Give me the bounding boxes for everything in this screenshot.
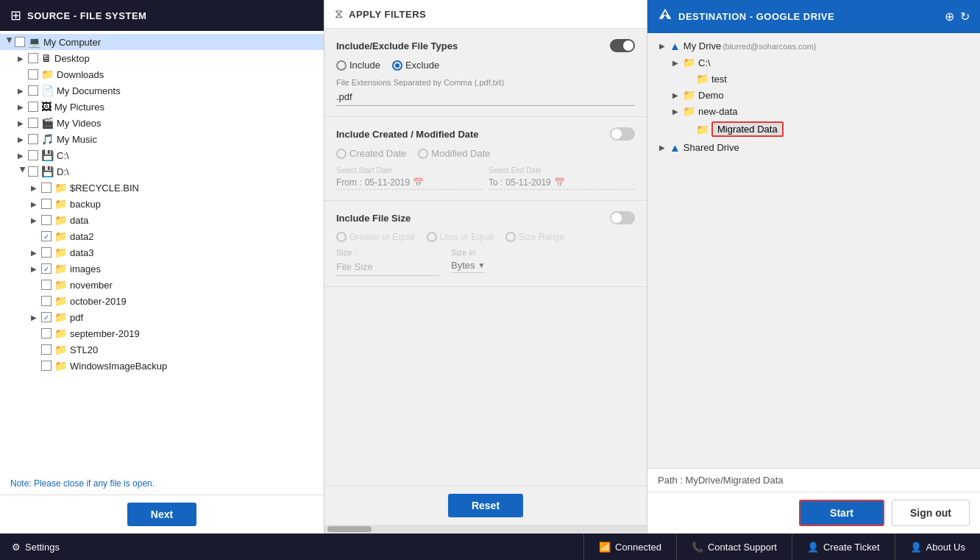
arrow-c-drive[interactable]: ▶ — [18, 152, 28, 160]
file-types-toggle[interactable] — [610, 39, 635, 52]
source-tree-item-my-videos[interactable]: ▶🎬My Videos — [0, 115, 324, 131]
checkbox-my-music[interactable] — [28, 134, 38, 144]
greater-equal-radio[interactable] — [336, 232, 347, 242]
settings-item[interactable]: ⚙ Settings — [0, 542, 71, 553]
checkbox-d-drive[interactable] — [28, 166, 38, 177]
size-toggle[interactable] — [610, 211, 635, 224]
filter-horiz-scrollbar[interactable] — [324, 525, 647, 534]
modified-date-radio[interactable] — [418, 149, 428, 159]
source-tree-item-my-music[interactable]: ▶🎵My Music — [0, 131, 324, 147]
source-tree-item-windows-image-backup[interactable]: 📁WindowsImageBackup — [0, 358, 324, 374]
source-tree-item-pdf[interactable]: ▶✓📁pdf — [0, 309, 324, 325]
checkbox-data2[interactable]: ✓ — [41, 231, 52, 241]
source-tree-item-desktop[interactable]: ▶🖥Desktop — [0, 50, 324, 66]
created-date-radio[interactable] — [336, 149, 347, 159]
dest-new-folder-icon[interactable]: ⊕ — [945, 10, 954, 24]
arrow-pdf[interactable]: ▶ — [31, 313, 41, 322]
destination-tree[interactable]: ▶▲My Drive(blurred@soharcoas.com)▶📁C:\📁t… — [647, 33, 980, 468]
next-button[interactable]: Next — [127, 503, 196, 526]
arrow-my-documents[interactable]: ▶ — [18, 87, 28, 95]
contact-support-item[interactable]: 📞 Contact Support — [676, 534, 792, 560]
checkbox-downloads[interactable] — [28, 69, 38, 79]
dest-arrow-demo[interactable]: ▶ — [672, 91, 683, 99]
arrow-backup[interactable]: ▶ — [31, 200, 41, 208]
source-tree-item-stl20[interactable]: 📁STL20 — [0, 341, 324, 358]
signout-button[interactable]: Sign out — [892, 500, 970, 526]
source-tree-item-my-computer[interactable]: ▶💻My Computer — [0, 34, 324, 50]
less-equal-radio[interactable] — [427, 232, 437, 242]
exclude-option[interactable]: Exclude — [392, 60, 439, 71]
from-calendar-icon[interactable]: 📅 — [413, 177, 424, 188]
size-unit-dropdown-icon[interactable]: ▼ — [478, 261, 486, 269]
source-tree-item-data[interactable]: ▶📁data — [0, 212, 324, 228]
created-date-option[interactable]: Created Date — [336, 148, 406, 159]
arrow-my-music[interactable]: ▶ — [18, 135, 28, 143]
file-ext-input[interactable] — [336, 88, 635, 106]
include-radio[interactable] — [336, 60, 347, 71]
checkbox-november[interactable] — [41, 280, 52, 290]
checkbox-my-pictures[interactable] — [28, 102, 38, 112]
dest-tree-item-shared-drive[interactable]: ▶▲Shared Drive — [647, 139, 980, 156]
checkbox-recycle[interactable] — [41, 182, 52, 193]
include-option[interactable]: Include — [336, 60, 380, 71]
source-tree-item-my-pictures[interactable]: ▶🖼My Pictures — [0, 99, 324, 115]
dest-tree-item-c-folder[interactable]: ▶📁C:\ — [647, 54, 980, 71]
dest-refresh-icon[interactable]: ↻ — [960, 10, 970, 24]
dest-arrow-new-data[interactable]: ▶ — [672, 107, 683, 116]
size-range-option[interactable]: Size Range — [505, 232, 564, 242]
create-ticket-item[interactable]: 👤 Create Ticket — [792, 534, 895, 560]
source-tree-item-october-2019[interactable]: 📁october-2019 — [0, 293, 324, 309]
checkbox-images[interactable]: ✓ — [41, 263, 52, 274]
checkbox-stl20[interactable] — [41, 344, 52, 355]
checkbox-my-documents[interactable] — [28, 85, 38, 96]
checkbox-desktop[interactable] — [28, 53, 38, 63]
checkbox-c-drive[interactable] — [28, 150, 38, 160]
source-tree-item-backup[interactable]: ▶📁backup — [0, 196, 324, 212]
arrow-my-computer[interactable]: ▶ — [6, 37, 14, 47]
date-toggle[interactable] — [610, 127, 635, 141]
checkbox-pdf[interactable]: ✓ — [41, 312, 52, 322]
checkbox-data3[interactable] — [41, 247, 52, 258]
arrow-data3[interactable]: ▶ — [31, 249, 41, 257]
about-us-item[interactable]: 👤 About Us — [895, 534, 980, 560]
size-range-radio[interactable] — [505, 232, 516, 242]
checkbox-my-videos[interactable] — [28, 118, 38, 128]
dest-tree-item-new-data[interactable]: ▶📁new-data — [647, 103, 980, 119]
checkbox-windows-image-backup[interactable] — [41, 361, 52, 371]
source-tree-item-data3[interactable]: ▶📁data3 — [0, 244, 324, 260]
dest-tree-item-my-drive[interactable]: ▶▲My Drive(blurred@soharcoas.com) — [647, 38, 980, 54]
source-tree-item-my-documents[interactable]: ▶📄My Documents — [0, 82, 324, 99]
checkbox-september-2019[interactable] — [41, 328, 52, 339]
dest-tree-item-demo[interactable]: ▶📁Demo — [647, 87, 980, 103]
source-tree-item-november[interactable]: 📁november — [0, 277, 324, 293]
checkbox-october-2019[interactable] — [41, 296, 52, 306]
exclude-radio[interactable] — [392, 60, 402, 71]
source-tree[interactable]: ▶💻My Computer▶🖥Desktop📁Downloads▶📄My Doc… — [0, 31, 324, 472]
dest-arrow-shared-drive[interactable]: ▶ — [659, 143, 670, 152]
dest-tree-item-migrated-data[interactable]: 📁Migrated Data — [647, 119, 980, 139]
checkbox-my-computer[interactable] — [15, 37, 25, 47]
checkbox-backup[interactable] — [41, 199, 52, 209]
arrow-images[interactable]: ▶ — [31, 265, 41, 273]
arrow-d-drive[interactable]: ▶ — [19, 166, 27, 177]
arrow-my-pictures[interactable]: ▶ — [18, 103, 28, 111]
to-calendar-icon[interactable]: 📅 — [554, 177, 565, 188]
arrow-recycle[interactable]: ▶ — [31, 184, 41, 192]
greater-equal-option[interactable]: Greater or Equal — [336, 232, 415, 242]
source-tree-item-september-2019[interactable]: 📁september-2019 — [0, 325, 324, 341]
source-tree-item-recycle[interactable]: ▶📁$RECYCLE.BIN — [0, 180, 324, 196]
source-tree-item-data2[interactable]: ✓📁data2 — [0, 228, 324, 244]
arrow-desktop[interactable]: ▶ — [18, 54, 28, 63]
connected-item[interactable]: 📶 Connected — [583, 534, 676, 560]
size-input[interactable] — [336, 258, 439, 276]
filter-horiz-thumb[interactable] — [327, 526, 372, 532]
less-equal-option[interactable]: Less or Equal — [427, 232, 494, 242]
reset-button[interactable]: Reset — [448, 494, 523, 517]
arrow-data[interactable]: ▶ — [31, 216, 41, 224]
dest-arrow-my-drive[interactable]: ▶ — [659, 42, 670, 50]
source-tree-item-downloads[interactable]: 📁Downloads — [0, 66, 324, 82]
source-tree-item-d-drive[interactable]: ▶💾D:\ — [0, 163, 324, 180]
source-tree-item-c-drive[interactable]: ▶💾C:\ — [0, 147, 324, 163]
arrow-my-videos[interactable]: ▶ — [18, 119, 28, 127]
source-tree-item-images[interactable]: ▶✓📁images — [0, 260, 324, 277]
